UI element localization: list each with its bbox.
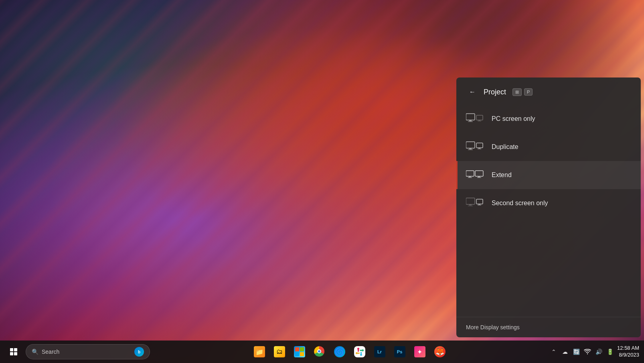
start-button[interactable] [5, 343, 22, 361]
volume-icon[interactable]: 🔊 [594, 347, 603, 357]
svg-rect-0 [466, 114, 475, 120]
taskbar-app-edge[interactable]: 🌀 [331, 343, 348, 361]
svg-rect-27 [300, 352, 304, 356]
svg-rect-7 [469, 148, 472, 149]
svg-rect-16 [478, 176, 480, 177]
svg-rect-3 [476, 115, 483, 120]
taskbar-left: 🔍 Search b [5, 343, 150, 361]
option-second-screen-only-label: Second screen only [492, 200, 548, 207]
system-clock[interactable]: 12:58 AM 8/9/2023 [617, 345, 639, 359]
svg-rect-24 [295, 347, 299, 351]
option-extend[interactable]: Extend [456, 161, 641, 189]
panel-options: PC screen only Duplicate [456, 105, 641, 317]
svg-rect-14 [468, 177, 472, 178]
svg-rect-10 [478, 148, 480, 149]
option-second-screen-only[interactable]: Second screen only [456, 189, 641, 217]
svg-rect-1 [469, 120, 472, 121]
svg-rect-15 [475, 171, 483, 176]
option-pc-screen-only-label: PC screen only [492, 115, 535, 122]
search-bar[interactable]: 🔍 Search b [26, 344, 150, 359]
svg-point-35 [360, 354, 362, 356]
option-duplicate-label: Duplicate [492, 143, 518, 151]
clock-date: 8/9/2023 [617, 352, 639, 359]
p-key-badge: P [524, 88, 533, 96]
firefox-icon: 🦊 [434, 346, 446, 357]
taskbar-apps: 📁 🗂 [150, 343, 549, 361]
svg-rect-9 [476, 143, 483, 148]
svg-rect-26 [295, 352, 299, 356]
svg-point-34 [357, 348, 359, 350]
svg-rect-6 [466, 142, 475, 148]
taskbar-app-microsoft-store[interactable] [291, 343, 308, 361]
battery-icon[interactable]: 🔋 [605, 347, 615, 357]
svg-point-32 [356, 352, 358, 354]
search-label: Search [42, 349, 59, 355]
option-duplicate[interactable]: Duplicate [456, 133, 641, 161]
svg-rect-13 [469, 176, 471, 177]
edge-icon: 🌀 [334, 346, 345, 357]
slack-icon [354, 346, 365, 357]
security-icon[interactable]: 🔄 [571, 347, 581, 357]
taskbar: 🔍 Search b 📁 🗂 [0, 341, 644, 363]
duplicate-icon [466, 141, 484, 153]
project-panel: ← Project ⊞ P PC screen on [456, 77, 641, 337]
taskbar-app-slack[interactable] [351, 343, 369, 361]
back-button[interactable]: ← [466, 86, 479, 98]
svg-rect-19 [469, 204, 472, 206]
keyboard-hint: ⊞ P [512, 88, 533, 96]
svg-rect-12 [466, 171, 474, 176]
option-extend-label: Extend [492, 171, 512, 179]
affinity-icon: ✦ [414, 346, 425, 357]
system-tray: ⌃ ☁ 🔄 🔊 🔋 [549, 347, 615, 357]
svg-rect-11 [478, 149, 481, 149]
svg-rect-5 [478, 121, 481, 122]
second-screen-only-icon [466, 197, 484, 209]
svg-rect-17 [477, 177, 481, 178]
svg-rect-21 [476, 199, 483, 204]
taskbar-app-affinity[interactable]: ✦ [411, 343, 429, 361]
wifi-icon[interactable] [583, 347, 592, 357]
extend-icon [466, 169, 484, 181]
clock-time: 12:58 AM [617, 345, 639, 352]
svg-rect-18 [466, 198, 475, 204]
svg-point-33 [362, 349, 364, 351]
svg-rect-4 [478, 120, 480, 121]
taskbar-app-photoshop[interactable]: Ps [391, 343, 409, 361]
taskbar-app-files[interactable]: 🗂 [271, 343, 288, 361]
file-explorer-icon: 📁 [254, 346, 265, 357]
lightroom-icon: Lr [374, 346, 385, 357]
search-icon: 🔍 [32, 349, 38, 355]
win-key-badge: ⊞ [512, 88, 522, 96]
svg-rect-20 [468, 206, 473, 206]
panel-title: Project [484, 88, 506, 96]
photoshop-icon: Ps [394, 346, 405, 357]
panel-header: ← Project ⊞ P [456, 77, 641, 105]
taskbar-app-chrome[interactable] [311, 343, 328, 361]
more-display-settings-link[interactable]: More Display settings [466, 324, 520, 330]
panel-footer: More Display settings [456, 317, 641, 337]
svg-rect-8 [468, 149, 473, 150]
pc-screen-only-icon [466, 113, 484, 125]
show-hidden-icons-button[interactable]: ⌃ [549, 347, 559, 357]
files-icon: 🗂 [274, 346, 285, 357]
chrome-icon [314, 346, 325, 357]
option-pc-screen-only[interactable]: PC screen only [456, 105, 641, 133]
bing-icon: b [134, 347, 144, 357]
svg-rect-2 [468, 121, 473, 122]
svg-rect-22 [478, 204, 480, 205]
windows-logo-icon [10, 348, 17, 355]
microsoft-store-icon [294, 346, 305, 357]
svg-rect-25 [300, 347, 304, 351]
taskbar-app-firefox[interactable]: 🦊 [431, 343, 449, 361]
taskbar-right: ⌃ ☁ 🔄 🔊 🔋 12:58 AM 8/9/2023 [549, 345, 639, 359]
taskbar-app-lightroom[interactable]: Lr [371, 343, 389, 361]
svg-rect-23 [478, 205, 481, 206]
taskbar-app-file-explorer[interactable]: 📁 [251, 343, 268, 361]
onedrive-icon[interactable]: ☁ [560, 347, 570, 357]
